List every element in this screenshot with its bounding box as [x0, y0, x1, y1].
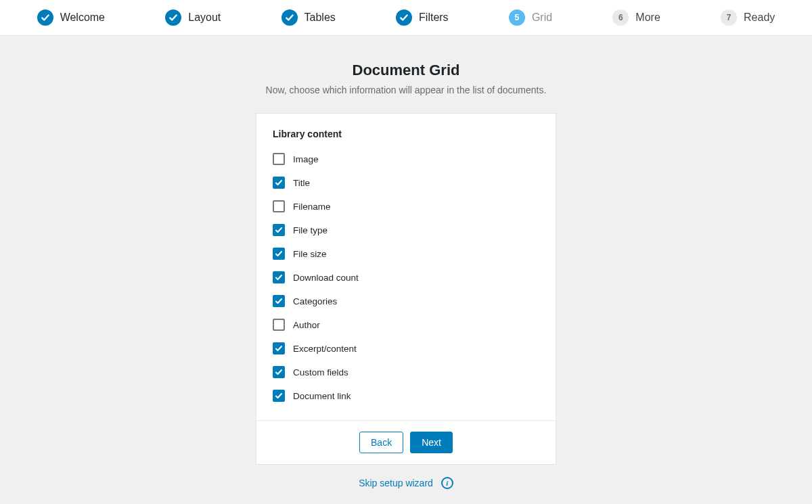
page-subtitle: Now, choose which information will appea…	[11, 85, 801, 95]
checkbox-row[interactable]: Download count	[273, 266, 539, 290]
step-number-icon: 7	[721, 9, 737, 26]
step-more: 6More	[612, 9, 660, 26]
step-layout[interactable]: Layout	[165, 9, 221, 26]
checkbox-label: Custom fields	[293, 367, 348, 377]
checkbox[interactable]	[273, 200, 285, 212]
step-label: Ready	[744, 12, 775, 24]
step-label: More	[635, 12, 660, 24]
checkbox-label: Image	[293, 154, 319, 164]
info-icon[interactable]: i	[441, 477, 453, 489]
back-button[interactable]: Back	[359, 432, 403, 453]
checkbox-row[interactable]: Author	[273, 313, 539, 337]
checkbox[interactable]	[273, 224, 285, 236]
checkbox-label: Filename	[293, 202, 331, 212]
card-footer: Back Next	[256, 420, 556, 464]
step-number-icon: 6	[612, 9, 629, 26]
checkbox[interactable]	[273, 177, 285, 189]
checkbox-row[interactable]: Image	[273, 147, 539, 171]
checkbox-label: File size	[293, 249, 327, 259]
checkbox-row[interactable]: Document link	[273, 384, 539, 408]
step-label: Layout	[188, 12, 221, 24]
step-label: Tables	[304, 12, 336, 24]
main-content: Document Grid Now, choose which informat…	[0, 36, 812, 504]
checkbox-label: Document link	[293, 391, 351, 401]
skip-row: Skip setup wizard i	[11, 477, 801, 489]
checkbox-row[interactable]: Excerpt/content	[273, 337, 539, 361]
checkbox-row[interactable]: File size	[273, 242, 539, 266]
checkbox[interactable]	[273, 295, 285, 307]
checkbox[interactable]	[273, 248, 285, 260]
step-number-icon: 5	[509, 9, 525, 26]
next-button[interactable]: Next	[410, 432, 453, 453]
checkbox[interactable]	[273, 153, 285, 165]
step-grid: 5Grid	[509, 9, 552, 26]
page-title: Document Grid	[11, 62, 801, 79]
checkbox-label: Download count	[293, 273, 359, 283]
check-icon	[165, 9, 181, 26]
group-label: Library content	[273, 129, 539, 139]
options-list: ImageTitleFilenameFile typeFile sizeDown…	[273, 147, 539, 408]
checkbox-row[interactable]: Custom fields	[273, 361, 539, 384]
checkbox[interactable]	[273, 319, 285, 331]
options-card: Library content ImageTitleFilenameFile t…	[256, 113, 556, 465]
card-body: Library content ImageTitleFilenameFile t…	[256, 114, 556, 420]
step-label: Welcome	[60, 12, 105, 24]
step-label: Grid	[532, 12, 552, 24]
checkbox-label: Excerpt/content	[293, 344, 357, 354]
checkbox[interactable]	[273, 390, 285, 402]
stepper: WelcomeLayoutTablesFilters5Grid6More7Rea…	[0, 0, 812, 36]
checkbox-label: File type	[293, 225, 328, 235]
step-label: Filters	[419, 12, 449, 24]
checkbox-row[interactable]: Filename	[273, 195, 539, 219]
check-icon	[37, 9, 53, 26]
checkbox-row[interactable]: Title	[273, 171, 539, 195]
checkbox-row[interactable]: File type	[273, 219, 539, 242]
step-tables[interactable]: Tables	[281, 9, 336, 26]
checkbox-label: Title	[293, 178, 310, 188]
checkbox[interactable]	[273, 366, 285, 378]
step-filters[interactable]: Filters	[396, 9, 449, 26]
checkbox[interactable]	[273, 342, 285, 354]
check-icon	[281, 9, 298, 26]
skip-setup-link[interactable]: Skip setup wizard	[359, 478, 433, 488]
checkbox[interactable]	[273, 271, 285, 283]
checkbox-row[interactable]: Categories	[273, 290, 539, 313]
step-ready: 7Ready	[721, 9, 775, 26]
check-icon	[396, 9, 412, 26]
checkbox-label: Author	[293, 320, 320, 330]
step-welcome[interactable]: Welcome	[37, 9, 105, 26]
checkbox-label: Categories	[293, 296, 337, 306]
